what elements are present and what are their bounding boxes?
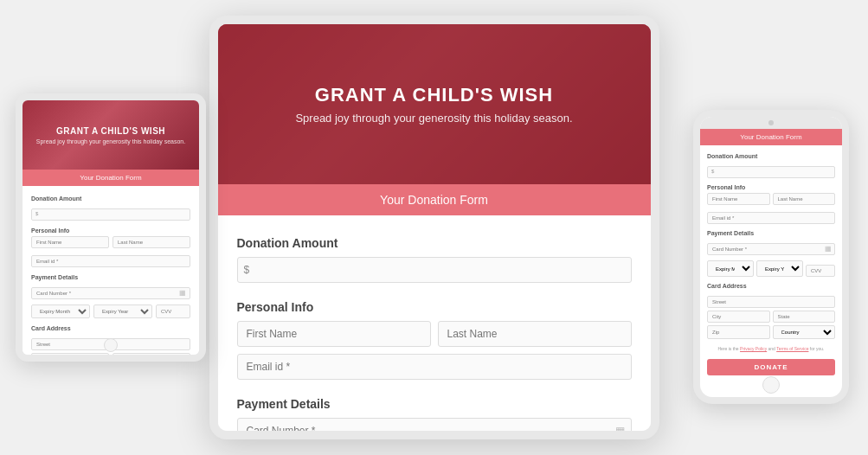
small-payment-label: Payment Details — [31, 274, 190, 280]
small-personal-label: Personal Info — [31, 228, 190, 234]
card-icon: ▦ — [615, 425, 625, 431]
phone-email-input[interactable] — [707, 212, 835, 224]
small-hero-title: GRANT A CHILD'S WISH — [56, 126, 165, 136]
phone-donation-input[interactable] — [707, 166, 835, 178]
phone-form-header: Your Donation Form — [700, 129, 842, 145]
small-expiry-year[interactable]: Expiry Year — [93, 304, 152, 318]
card-number-input[interactable] — [237, 418, 632, 431]
hero-title: GRANT A CHILD'S WISH — [295, 84, 572, 106]
name-row — [237, 321, 632, 347]
email-input[interactable] — [237, 354, 632, 380]
phone-zip-input[interactable] — [707, 325, 770, 339]
phone-donate-button[interactable]: DONATE — [707, 359, 835, 375]
small-email-input[interactable] — [31, 255, 190, 267]
phone-payment-label: Payment Details — [707, 230, 835, 236]
small-form-body: Donation Amount $ Personal Info Payment … — [23, 186, 199, 362]
phone-dollar-icon: $ — [711, 169, 714, 174]
small-donation-label: Donation Amount — [31, 195, 190, 202]
phone-cvv-input[interactable] — [806, 265, 835, 277]
small-expiry-month[interactable]: Expiry Month — [31, 304, 90, 318]
small-card-address-label: Card Address — [31, 325, 190, 331]
tablet-inner: GRANT A CHILD'S WISH Spread joy through … — [218, 24, 651, 431]
scene: GRANT A CHILD'S WISH Spread joy through … — [0, 0, 868, 455]
form-body: Donation Amount $ Personal Info Payment … — [218, 215, 651, 431]
phone-card-input[interactable] — [707, 243, 835, 255]
hero-banner: GRANT A CHILD'S WISH Spread joy through … — [218, 24, 651, 184]
phone-form-body: Donation Amount $ Personal Info Payment … — [700, 145, 842, 346]
payment-details-label: Payment Details — [237, 397, 632, 411]
phone-donation-label: Donation Amount — [707, 153, 835, 159]
small-hero-subtitle: Spread joy through your generosity this … — [36, 138, 185, 144]
small-donation-input[interactable] — [31, 208, 190, 221]
last-name-input[interactable] — [438, 321, 632, 347]
hero-content: GRANT A CHILD'S WISH Spread joy through … — [295, 84, 572, 125]
donation-section-label: Donation Amount — [237, 236, 632, 250]
phone-last-name-input[interactable] — [773, 193, 836, 205]
personal-info-label: Personal Info — [237, 300, 632, 314]
phone-expiry-month[interactable]: Expiry Month — [707, 260, 754, 277]
phone-card-address-label: Card Address — [707, 283, 835, 289]
phone-country-select[interactable]: Country — [773, 325, 836, 339]
small-city-input[interactable] — [31, 353, 109, 362]
small-home-button[interactable] — [104, 338, 118, 352]
ipad-small-device: GRANT A CHILD'S WISH Spread joy through … — [16, 93, 206, 362]
phone-city-input[interactable] — [707, 311, 770, 323]
small-form-header: Your Donation Form — [23, 170, 199, 186]
small-last-name-input[interactable] — [113, 236, 190, 248]
donation-amount-input[interactable] — [237, 257, 632, 283]
phone-notch — [700, 117, 842, 129]
first-name-input[interactable] — [237, 321, 431, 347]
phone-home-button[interactable] — [762, 376, 780, 394]
phone-street-input[interactable] — [707, 296, 835, 308]
dollar-sign-icon: $ — [244, 264, 250, 276]
phone-state-input[interactable] — [773, 311, 836, 323]
tablet-device: GRANT A CHILD'S WISH Spread joy through … — [209, 16, 659, 439]
hero-subtitle: Spread joy through your generosity this … — [295, 112, 572, 125]
small-first-name-input[interactable] — [31, 236, 109, 248]
small-hero-banner: GRANT A CHILD'S WISH Spread joy through … — [23, 100, 199, 170]
phone-card-icon: ▦ — [825, 245, 832, 253]
phone-device: Your Donation Form Donation Amount $ Per… — [693, 110, 849, 404]
small-state-input[interactable] — [113, 353, 190, 362]
phone-privacy-text: Here is the Privacy Policy and Terms of … — [700, 346, 842, 354]
donation-amount-wrap: $ — [237, 257, 632, 283]
phone-speaker — [768, 120, 774, 125]
phone-personal-label: Personal Info — [707, 184, 835, 190]
small-card-input[interactable] — [31, 287, 190, 299]
phone-first-name-input[interactable] — [707, 193, 770, 205]
form-header: Your Donation Form — [218, 184, 651, 215]
small-cvv-input[interactable] — [156, 304, 190, 318]
phone-expiry-year[interactable]: Expiry Year — [756, 260, 803, 277]
